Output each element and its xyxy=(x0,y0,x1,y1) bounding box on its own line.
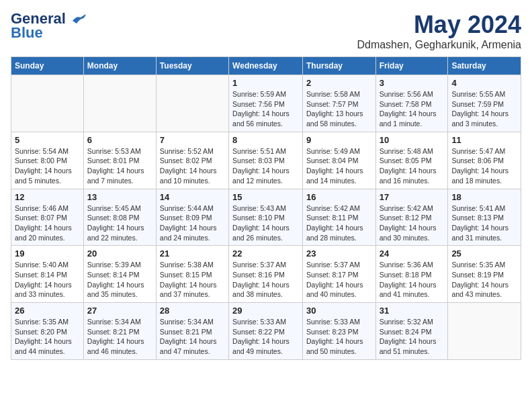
header-tuesday: Tuesday xyxy=(156,57,228,75)
title-block: May 2024 Ddmashen, Gegharkunik, Armenia xyxy=(357,11,521,51)
table-row: 19 Sunrise: 5:40 AM Sunset: 8:14 PM Dayl… xyxy=(11,246,84,303)
sunset-text: Sunset: 8:23 PM xyxy=(306,328,359,336)
table-row: 15 Sunrise: 5:43 AM Sunset: 8:10 PM Dayl… xyxy=(229,189,303,246)
day-number: 17 xyxy=(380,192,445,202)
cell-info: Sunrise: 5:45 AM Sunset: 8:08 PM Dayligh… xyxy=(87,203,152,243)
day-number: 19 xyxy=(15,248,80,259)
sunrise-text: Sunrise: 5:32 AM xyxy=(380,318,433,326)
cell-info: Sunrise: 5:41 AM Sunset: 8:13 PM Dayligh… xyxy=(451,203,517,243)
day-number: 4 xyxy=(451,78,517,88)
sunset-text: Sunset: 8:16 PM xyxy=(232,271,285,279)
table-row: 10 Sunrise: 5:48 AM Sunset: 8:05 PM Dayl… xyxy=(375,132,448,189)
calendar-title: May 2024 xyxy=(357,11,521,39)
daylight-text: Daylight: 14 hours and 46 minutes. xyxy=(87,337,144,355)
day-number: 3 xyxy=(380,78,445,88)
cell-info: Sunrise: 5:39 AM Sunset: 8:14 PM Dayligh… xyxy=(87,260,152,300)
day-number: 14 xyxy=(160,192,225,202)
sunset-text: Sunset: 8:04 PM xyxy=(306,156,359,165)
sunset-text: Sunset: 8:15 PM xyxy=(160,271,212,279)
table-row: 17 Sunrise: 5:42 AM Sunset: 8:12 PM Dayl… xyxy=(375,189,448,246)
sunrise-text: Sunrise: 5:34 AM xyxy=(160,318,214,326)
table-row: 18 Sunrise: 5:41 AM Sunset: 8:13 PM Dayl… xyxy=(448,189,521,246)
cell-info: Sunrise: 5:51 AM Sunset: 8:03 PM Dayligh… xyxy=(232,146,299,186)
daylight-text: Daylight: 14 hours and 35 minutes. xyxy=(87,281,144,299)
table-row: 5 Sunrise: 5:54 AM Sunset: 8:00 PM Dayli… xyxy=(11,132,84,189)
day-number: 30 xyxy=(306,306,372,316)
daylight-text: Daylight: 14 hours and 44 minutes. xyxy=(15,337,72,355)
sunrise-text: Sunrise: 5:52 AM xyxy=(160,147,214,155)
day-number: 27 xyxy=(87,306,152,316)
table-row: 13 Sunrise: 5:45 AM Sunset: 8:08 PM Dayl… xyxy=(83,189,156,246)
table-row: 12 Sunrise: 5:46 AM Sunset: 8:07 PM Dayl… xyxy=(11,189,84,246)
sunset-text: Sunset: 8:11 PM xyxy=(306,214,359,222)
day-number: 5 xyxy=(15,135,80,145)
day-number: 25 xyxy=(451,248,517,259)
sunset-text: Sunset: 7:57 PM xyxy=(306,100,359,108)
daylight-text: Daylight: 14 hours and 10 minutes. xyxy=(160,167,217,185)
cell-info: Sunrise: 5:55 AM Sunset: 7:59 PM Dayligh… xyxy=(451,89,517,129)
daylight-text: Daylight: 14 hours and 43 minutes. xyxy=(451,281,508,299)
daylight-text: Daylight: 14 hours and 26 minutes. xyxy=(232,224,290,242)
cell-info: Sunrise: 5:40 AM Sunset: 8:14 PM Dayligh… xyxy=(15,260,80,300)
sunset-text: Sunset: 8:20 PM xyxy=(15,328,67,336)
day-number: 11 xyxy=(451,135,517,145)
day-number: 29 xyxy=(232,306,299,316)
table-row: 6 Sunrise: 5:53 AM Sunset: 8:01 PM Dayli… xyxy=(83,132,156,189)
daylight-text: Daylight: 14 hours and 16 minutes. xyxy=(380,167,437,185)
cell-info: Sunrise: 5:34 AM Sunset: 8:21 PM Dayligh… xyxy=(160,317,225,357)
logo-bird-icon xyxy=(71,14,86,25)
sunrise-text: Sunrise: 5:53 AM xyxy=(87,147,141,155)
calendar-week-row: 5 Sunrise: 5:54 AM Sunset: 8:00 PM Dayli… xyxy=(11,132,521,189)
header-monday: Monday xyxy=(83,57,156,75)
table-row: 25 Sunrise: 5:35 AM Sunset: 8:19 PM Dayl… xyxy=(448,246,521,303)
day-number: 13 xyxy=(87,192,152,202)
sunrise-text: Sunrise: 5:44 AM xyxy=(160,204,214,212)
table-row: 16 Sunrise: 5:42 AM Sunset: 8:11 PM Dayl… xyxy=(302,189,375,246)
sunset-text: Sunset: 8:08 PM xyxy=(87,214,140,222)
daylight-text: Daylight: 14 hours and 24 minutes. xyxy=(160,224,217,242)
table-row: 8 Sunrise: 5:51 AM Sunset: 8:03 PM Dayli… xyxy=(229,132,303,189)
header-friday: Friday xyxy=(375,57,448,75)
cell-info: Sunrise: 5:49 AM Sunset: 8:04 PM Dayligh… xyxy=(306,146,372,186)
cell-info: Sunrise: 5:52 AM Sunset: 8:02 PM Dayligh… xyxy=(160,146,225,186)
sunrise-text: Sunrise: 5:45 AM xyxy=(87,204,141,212)
cell-info: Sunrise: 5:43 AM Sunset: 8:10 PM Dayligh… xyxy=(232,203,299,243)
sunset-text: Sunset: 8:10 PM xyxy=(232,214,285,222)
calendar-subtitle: Ddmashen, Gegharkunik, Armenia xyxy=(357,39,521,51)
day-number: 23 xyxy=(306,248,372,259)
daylight-text: Daylight: 14 hours and 37 minutes. xyxy=(160,281,217,299)
sunset-text: Sunset: 8:17 PM xyxy=(306,271,359,279)
sunrise-text: Sunrise: 5:37 AM xyxy=(306,261,360,269)
table-row: 9 Sunrise: 5:49 AM Sunset: 8:04 PM Dayli… xyxy=(302,132,375,189)
sunset-text: Sunset: 8:13 PM xyxy=(451,214,504,222)
sunrise-text: Sunrise: 5:36 AM xyxy=(380,261,433,269)
day-number: 24 xyxy=(380,248,445,259)
calendar-week-row: 26 Sunrise: 5:35 AM Sunset: 8:20 PM Dayl… xyxy=(11,303,521,360)
cell-info: Sunrise: 5:42 AM Sunset: 8:12 PM Dayligh… xyxy=(380,203,445,243)
sunset-text: Sunset: 8:21 PM xyxy=(160,328,212,336)
calendar-week-row: 1 Sunrise: 5:59 AM Sunset: 7:56 PM Dayli… xyxy=(11,75,521,132)
calendar-header-row: Sunday Monday Tuesday Wednesday Thursday… xyxy=(11,57,521,75)
daylight-text: Daylight: 14 hours and 40 minutes. xyxy=(306,281,363,299)
sunrise-text: Sunrise: 5:33 AM xyxy=(306,318,360,326)
daylight-text: Daylight: 14 hours and 5 minutes. xyxy=(15,167,72,185)
cell-info: Sunrise: 5:42 AM Sunset: 8:11 PM Dayligh… xyxy=(306,203,372,243)
day-number: 1 xyxy=(232,78,299,88)
day-number: 26 xyxy=(15,306,80,316)
sunset-text: Sunset: 8:01 PM xyxy=(87,156,140,165)
daylight-text: Daylight: 13 hours and 58 minutes. xyxy=(306,109,363,128)
day-number: 20 xyxy=(87,248,152,259)
day-number: 12 xyxy=(15,192,80,202)
cell-info: Sunrise: 5:44 AM Sunset: 8:09 PM Dayligh… xyxy=(160,203,225,243)
table-row xyxy=(156,75,228,132)
table-row: 22 Sunrise: 5:37 AM Sunset: 8:16 PM Dayl… xyxy=(229,246,303,303)
table-row xyxy=(83,75,156,132)
sunrise-text: Sunrise: 5:39 AM xyxy=(87,261,141,269)
sunset-text: Sunset: 7:59 PM xyxy=(451,100,504,108)
header-thursday: Thursday xyxy=(302,57,375,75)
day-number: 18 xyxy=(451,192,517,202)
cell-info: Sunrise: 5:53 AM Sunset: 8:01 PM Dayligh… xyxy=(87,146,152,186)
sunrise-text: Sunrise: 5:55 AM xyxy=(451,90,505,98)
cell-info: Sunrise: 5:37 AM Sunset: 8:17 PM Dayligh… xyxy=(306,260,372,300)
table-row: 21 Sunrise: 5:38 AM Sunset: 8:15 PM Dayl… xyxy=(156,246,228,303)
